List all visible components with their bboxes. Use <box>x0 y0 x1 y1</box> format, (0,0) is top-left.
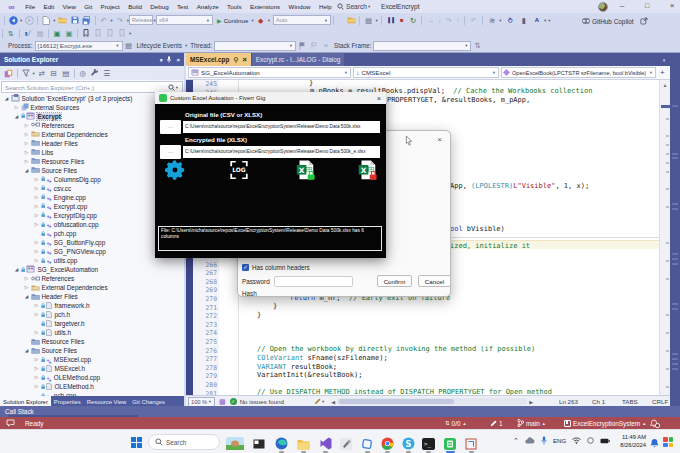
show-next-icon[interactable]: → <box>426 16 435 25</box>
switch-views-icon[interactable] <box>4 69 13 78</box>
line-indicator[interactable]: Ln 263 <box>559 398 578 405</box>
tree-item-olemethod-h[interactable]: ▷OLEMethod.h <box>0 382 184 391</box>
tree-item-references[interactable]: ▷References <box>0 274 184 283</box>
notification-bell-icon[interactable] <box>650 438 659 448</box>
start-button-icon[interactable] <box>131 437 142 448</box>
tree-item-sg-excelautomation[interactable]: ◢SG_ExcelAutomation <box>0 265 184 274</box>
multi-file-icon[interactable] <box>347 16 356 25</box>
menu-tools[interactable]: Tools <box>223 3 246 10</box>
auto-dropdown[interactable]: Auto▾ <box>273 15 331 25</box>
close-icon[interactable]: × <box>176 57 180 63</box>
restart-icon[interactable]: ↻ <box>409 16 418 25</box>
password-input[interactable] <box>274 276 353 287</box>
continue-button[interactable]: ▶Continue <box>217 17 248 24</box>
expander-closed-icon[interactable]: ▷ <box>34 177 39 182</box>
expander-open-icon[interactable]: ◢ <box>14 114 19 119</box>
menu-file[interactable]: File <box>21 3 39 10</box>
step-into-icon[interactable]: ↓ <box>435 16 444 25</box>
hscroll-left-icon[interactable]: ◀ <box>331 399 335 405</box>
menu-view[interactable]: View <box>58 3 80 10</box>
minimize-button[interactable]: – <box>616 0 628 12</box>
new-file-icon[interactable] <box>42 16 51 25</box>
tree-item-pch-h[interactable]: ▷pch.h <box>0 310 184 319</box>
tab-msexcel-cpp[interactable]: MSExcel.cpp × <box>186 53 251 66</box>
widget-weather-icon[interactable] <box>226 436 239 449</box>
maximize-button[interactable]: □ <box>641 0 653 12</box>
expander-closed-icon[interactable]: ▷ <box>24 285 29 290</box>
pause-icon[interactable]: ▐▐ <box>386 16 395 25</box>
browse-encrypted-button[interactable]: ... <box>160 145 181 159</box>
onedrive-cloud-icon[interactable] <box>525 437 535 444</box>
tree-item-header-files[interactable]: ◢Header Files <box>0 292 184 301</box>
bookmark-icon[interactable] <box>82 29 91 38</box>
save-all-icon[interactable] <box>82 16 91 25</box>
menu-help[interactable]: Help <box>315 3 336 10</box>
expander-closed-icon[interactable]: ▷ <box>24 150 29 155</box>
tabs-indicator[interactable]: TABS <box>622 398 638 405</box>
menu-build[interactable]: Build <box>124 3 146 10</box>
zoom-dropdown[interactable]: 100 %▾ <box>188 397 215 407</box>
close-icon[interactable]: × <box>437 135 442 144</box>
github-copilot-badge[interactable]: GitHub Copilot <box>582 17 648 25</box>
back-icon[interactable] <box>9 16 18 25</box>
taskbar-clock[interactable]: 11:49 AM 8/26/2024 <box>612 434 646 449</box>
stop-icon[interactable]: ■ <box>397 16 406 25</box>
scroll-up-icon[interactable]: ▲ <box>662 83 668 88</box>
expander-closed-icon[interactable]: ▷ <box>34 204 39 209</box>
excel-app-icon[interactable] <box>444 436 457 449</box>
split-plus-icon[interactable]: + <box>660 68 665 77</box>
pin-icon[interactable] <box>166 56 172 63</box>
expander-open-icon[interactable]: ◢ <box>4 96 9 101</box>
settings-gear-icon[interactable] <box>164 159 186 181</box>
expander-closed-icon[interactable]: ▷ <box>34 213 39 218</box>
configuration-dropdown[interactable]: Release▾ <box>129 15 153 25</box>
stack-frame-dropdown[interactable]: ▾ <box>373 41 471 51</box>
preview-icon[interactable]: ◎ <box>78 69 87 78</box>
quick-search-box[interactable]: Search ▾ <box>337 3 371 10</box>
excel-encrypt-icon[interactable]: X <box>294 159 316 181</box>
encrypted-file-input[interactable]: C:\Users\micha\source\repos\ExcelEncrypt… <box>183 146 380 158</box>
bookmark2-icon[interactable] <box>94 29 103 38</box>
skype-icon[interactable]: S <box>402 436 415 449</box>
forward-icon[interactable] <box>25 16 34 25</box>
expander-closed-icon[interactable]: ▷ <box>34 330 39 335</box>
chrome-icon[interactable] <box>381 436 394 449</box>
expander-closed-icon[interactable]: ▷ <box>34 375 39 380</box>
expander-open-icon[interactable]: ◢ <box>24 168 29 173</box>
scope-icon[interactable] <box>21 69 30 78</box>
edge-icon[interactable] <box>275 436 288 449</box>
undo-icon[interactable]: ↶ <box>99 16 108 25</box>
perf-icon[interactable]: ▮╱ <box>24 29 33 38</box>
expander-closed-icon[interactable]: ▷ <box>34 303 39 308</box>
class-dropdown[interactable]: ↓CMSExcel▾ <box>353 67 499 78</box>
expander-open-icon[interactable]: ◢ <box>24 348 29 353</box>
redo-icon[interactable]: ↷ <box>115 16 124 25</box>
updown-counter[interactable]: ⇅ 0/0 ▲ <box>445 420 466 427</box>
tree-item-framework-h[interactable]: ▷framework.h <box>0 301 184 310</box>
wrench-icon[interactable] <box>90 69 99 78</box>
hot-reload-icon[interactable]: ◆ <box>256 16 265 25</box>
expander-closed-icon[interactable]: ▷ <box>34 312 39 317</box>
scroll-thumb[interactable] <box>661 105 670 108</box>
sync-icon[interactable]: ⥁ <box>506 16 515 25</box>
expander-closed-icon[interactable]: ▷ <box>24 276 29 281</box>
battery-icon[interactable] <box>600 438 610 444</box>
vertical-scrollbar[interactable]: ▲ <box>659 80 670 395</box>
excel-decrypt-icon[interactable]: X <box>356 159 378 181</box>
browse-original-button[interactable]: ... <box>160 120 181 134</box>
menu-analyze[interactable]: Analyze <box>193 3 223 10</box>
language-indicator[interactable]: ENG <box>553 438 567 444</box>
notifications-bell[interactable] <box>650 419 663 428</box>
close-icon[interactable]: × <box>242 57 246 63</box>
cancel-button[interactable]: Cancel <box>418 275 451 287</box>
microphone-icon[interactable] <box>541 436 547 445</box>
expander-closed-icon[interactable]: ▷ <box>24 132 29 137</box>
menu-test[interactable]: Test <box>173 3 193 10</box>
hscroll-right-icon[interactable]: ▶ <box>529 399 533 405</box>
tree-item-external-dependencies[interactable]: ▷External Dependencies <box>0 283 184 292</box>
feedback-icon[interactable] <box>6 419 15 427</box>
wifi-icon[interactable] <box>572 437 581 444</box>
tray-expand-icon[interactable]: ⌃ <box>513 437 519 445</box>
open-folder-icon[interactable] <box>58 16 67 25</box>
bookmark3-icon[interactable] <box>106 29 115 38</box>
